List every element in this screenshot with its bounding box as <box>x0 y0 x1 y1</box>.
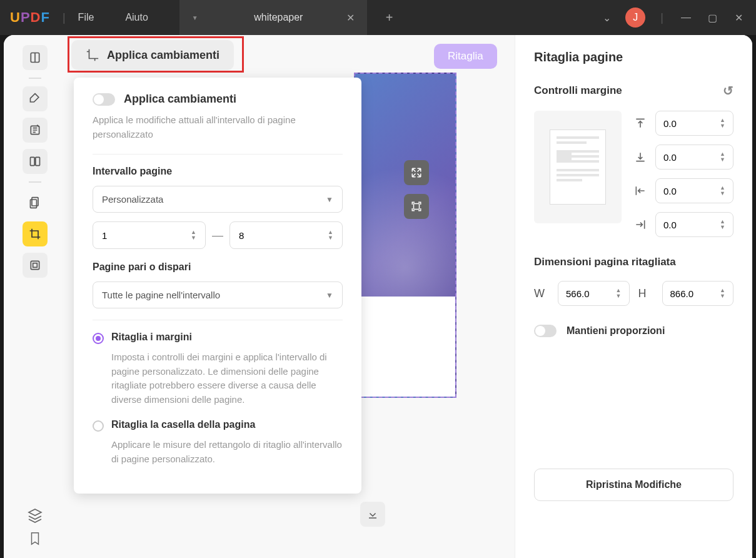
apply-toggle[interactable] <box>93 93 115 106</box>
crop-button[interactable]: Ritaglia <box>434 44 497 69</box>
left-toolbar <box>4 35 66 558</box>
document-preview <box>354 73 466 517</box>
popup-title: Applica cambiamenti <box>124 93 236 106</box>
maximize-icon[interactable]: ▢ <box>705 12 720 24</box>
divider: | <box>660 11 663 24</box>
svg-rect-2 <box>36 157 40 165</box>
range-dash: — <box>212 229 223 242</box>
width-label: W <box>534 287 549 300</box>
bookmark-icon[interactable] <box>28 532 42 545</box>
margin-bottom-field[interactable] <box>663 152 700 163</box>
popup-desc: Applica le modifiche attuali all'interva… <box>93 113 343 141</box>
close-icon[interactable]: ✕ <box>731 12 746 24</box>
download-icon[interactable] <box>360 502 385 527</box>
range-from-input[interactable]: ▲▼ <box>93 221 206 249</box>
margin-left-field[interactable] <box>663 186 700 196</box>
stepper-icon[interactable]: ▲▼ <box>720 151 725 163</box>
highlighter-tool-icon[interactable] <box>23 86 48 111</box>
minimize-icon[interactable]: — <box>678 12 693 23</box>
crop-margins-radio[interactable] <box>93 333 104 344</box>
apply-icon <box>86 48 99 62</box>
height-input[interactable]: ▲▼ <box>662 281 734 306</box>
chevron-down-icon[interactable]: ⌄ <box>599 12 614 24</box>
avatar[interactable]: J <box>625 8 645 28</box>
separator <box>93 320 343 320</box>
titlebar: UPDF | File Aiuto ▼ whitepaper ✕ + ⌄ J |… <box>0 0 756 35</box>
select-value: Personalizzata <box>102 194 163 205</box>
tab-dropdown-icon[interactable]: ▼ <box>192 14 198 21</box>
margin-bottom-input[interactable]: ▲▼ <box>655 145 733 170</box>
center-canvas: Applica cambiamenti Ritaglia Applica cam… <box>66 35 515 558</box>
page-preview <box>534 111 622 223</box>
svg-rect-1 <box>31 157 35 165</box>
app-logo: UPDF <box>10 9 50 26</box>
stepper-icon[interactable]: ▲▼ <box>616 288 622 299</box>
svg-rect-3 <box>32 198 38 206</box>
keep-ratio-label: Mantieni proporzioni <box>567 325 665 337</box>
margin-left-input[interactable]: ▲▼ <box>655 178 733 203</box>
divider: | <box>63 11 66 24</box>
crop-frame-icon[interactable] <box>404 194 429 219</box>
reader-tool-icon[interactable] <box>23 45 48 70</box>
crop-margins-label: Ritaglia i margini <box>111 332 192 343</box>
range-to-input[interactable]: ▲▼ <box>229 221 343 249</box>
width-input[interactable]: ▲▼ <box>558 281 630 306</box>
odd-even-select[interactable]: Tutte le pagine nell'intervallo ▼ <box>93 282 343 308</box>
tab-active[interactable]: ▼ whitepaper ✕ <box>179 0 367 35</box>
layers-icon[interactable] <box>28 508 43 523</box>
range-to-field[interactable] <box>239 230 296 241</box>
margin-top-field[interactable] <box>663 118 700 129</box>
apply-label: Applica cambiamenti <box>107 49 219 62</box>
stepper-icon[interactable]: ▲▼ <box>720 288 725 299</box>
stepper-icon[interactable]: ▲▼ <box>720 219 725 230</box>
stepper-icon[interactable]: ▲▼ <box>191 230 196 241</box>
width-field[interactable] <box>566 288 599 299</box>
range-from-field[interactable] <box>102 230 159 241</box>
page-range-select[interactable]: Personalizzata ▼ <box>93 186 343 213</box>
select-value: Tutte le pagine nell'intervallo <box>102 290 220 300</box>
right-panel: Ritaglia pagine Controlli margine ↺ <box>515 35 752 558</box>
watermark-tool-icon[interactable] <box>23 253 48 278</box>
stepper-icon[interactable]: ▲▼ <box>328 230 333 241</box>
height-label: H <box>638 287 653 300</box>
margin-bottom-icon <box>634 151 649 163</box>
margin-section-label: Controlli margine <box>534 84 622 97</box>
chevron-down-icon: ▼ <box>326 291 333 300</box>
margin-top-icon <box>634 117 649 129</box>
crop-box-label: Ritaglia la casella della pagina <box>111 419 255 430</box>
margin-right-input[interactable]: ▲▼ <box>655 212 733 237</box>
crop-box-radio[interactable] <box>93 420 104 432</box>
menu-file[interactable]: File <box>78 12 94 23</box>
separator <box>93 154 343 155</box>
menu-help[interactable]: Aiuto <box>125 12 148 23</box>
main-area: Applica cambiamenti Ritaglia Applica cam… <box>4 35 752 558</box>
page-tool-icon[interactable] <box>23 149 48 174</box>
crop-tool-icon[interactable] <box>23 221 48 246</box>
tab-add-icon[interactable]: + <box>386 11 393 25</box>
height-field[interactable] <box>670 288 703 299</box>
apply-popup: Applica cambiamenti Applica le modifiche… <box>74 78 361 494</box>
apply-changes-button[interactable]: Applica cambiamenti <box>71 40 234 70</box>
stepper-icon[interactable]: ▲▼ <box>720 118 725 129</box>
odd-even-label: Pagine pari o dispari <box>93 261 343 273</box>
svg-rect-4 <box>31 200 37 208</box>
tab-close-icon[interactable]: ✕ <box>346 12 355 24</box>
svg-rect-7 <box>414 204 420 210</box>
expand-icon[interactable] <box>404 160 429 185</box>
margin-right-field[interactable] <box>663 220 700 230</box>
svg-rect-5 <box>31 261 39 269</box>
margin-right-icon <box>634 218 649 231</box>
svg-rect-6 <box>33 263 38 268</box>
tab-title: whitepaper <box>236 12 321 23</box>
edit-tool-icon[interactable] <box>23 118 48 143</box>
reset-icon[interactable]: ↺ <box>723 83 733 98</box>
margin-top-input[interactable]: ▲▼ <box>655 111 733 136</box>
organize-tool-icon[interactable] <box>23 190 48 215</box>
page-thumbnail[interactable] <box>354 73 456 398</box>
reset-changes-button[interactable]: Ripristina Modifiche <box>534 469 733 501</box>
margin-left-icon <box>634 185 649 197</box>
separator <box>29 78 41 79</box>
crop-margins-desc: Imposta i controlli dei margini e applic… <box>111 350 343 407</box>
keep-ratio-toggle[interactable] <box>534 325 557 337</box>
stepper-icon[interactable]: ▲▼ <box>720 185 725 196</box>
